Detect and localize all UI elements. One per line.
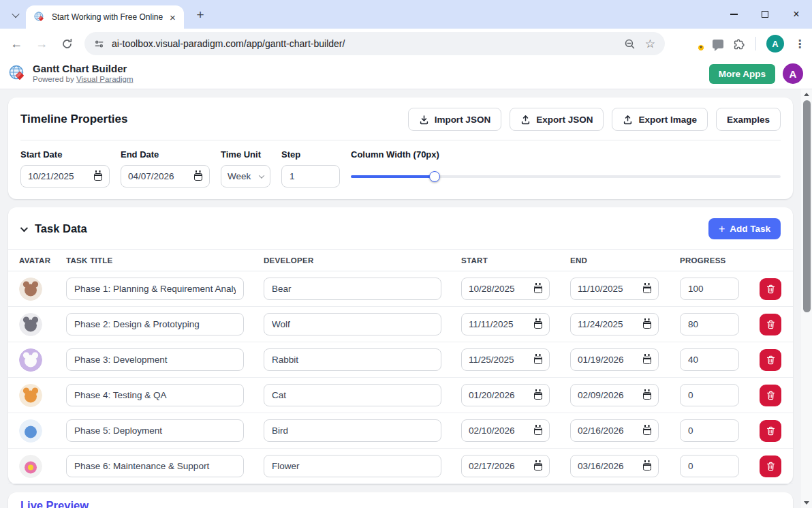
scrollbar-thumb[interactable] [803, 100, 811, 312]
start-date-input[interactable]: 01/20/2026 [461, 384, 550, 406]
developer-input[interactable] [264, 348, 441, 371]
calendar-icon[interactable] [643, 428, 651, 435]
calendar-icon[interactable] [643, 286, 651, 293]
calendar-icon[interactable] [534, 463, 542, 470]
page-content: Timeline Properties Import JSON Export J… [0, 89, 801, 508]
column-width-slider[interactable] [351, 165, 781, 188]
calendar-icon[interactable] [534, 357, 542, 364]
extensions-puzzle-icon[interactable] [734, 38, 745, 50]
new-tab-button[interactable]: + [192, 7, 208, 23]
progress-input[interactable] [680, 455, 739, 477]
developer-input[interactable] [264, 419, 441, 442]
maximize-button[interactable] [749, 0, 781, 29]
start-date-input[interactable]: 10/21/2025 [20, 165, 110, 188]
end-date-input[interactable]: 11/24/2025 [570, 313, 659, 335]
task-title-input[interactable] [66, 278, 244, 300]
end-date-input[interactable]: 02/16/2026 [570, 419, 659, 442]
address-bar[interactable]: ai-toolbox.visual-paradigm.com/app/gantt… [84, 32, 665, 55]
progress-input[interactable] [680, 419, 739, 442]
step-input[interactable] [281, 165, 340, 188]
start-date-input[interactable]: 11/25/2025 [461, 348, 550, 371]
task-row: 11/25/2025 01/19/2026 [8, 342, 793, 378]
progress-input[interactable] [680, 278, 739, 300]
calendar-icon[interactable] [643, 321, 651, 329]
progress-input[interactable] [680, 384, 739, 406]
examples-button[interactable]: Examples [716, 108, 781, 131]
minimize-icon [730, 14, 738, 14]
delete-task-button[interactable] [760, 349, 781, 371]
end-date-input[interactable]: 02/09/2026 [570, 384, 659, 406]
close-icon: × [793, 9, 799, 20]
visual-paradigm-link[interactable]: Visual Paradigm [76, 75, 134, 83]
site-settings-icon[interactable] [94, 39, 104, 49]
task-title-input[interactable] [66, 384, 244, 406]
delete-task-button[interactable] [760, 278, 781, 300]
comment-extension-icon[interactable] [713, 40, 723, 48]
task-title-input[interactable] [66, 348, 244, 371]
calendar-icon[interactable] [643, 463, 651, 470]
progress-input[interactable] [680, 313, 739, 335]
calendar-icon[interactable] [643, 357, 651, 364]
docs-offline-extension-icon[interactable] [692, 38, 702, 50]
timeline-properties-title: Timeline Properties [20, 113, 127, 126]
bookmark-star-icon[interactable]: ☆ [645, 38, 655, 50]
start-date-input[interactable]: 11/11/2025 [461, 313, 550, 335]
calendar-icon[interactable] [194, 173, 202, 181]
export-json-button[interactable]: Export JSON [510, 108, 604, 131]
reload-button[interactable] [59, 36, 74, 51]
delete-task-button[interactable] [760, 455, 781, 477]
back-button[interactable]: ← [9, 36, 24, 51]
calendar-icon[interactable] [534, 321, 542, 329]
user-avatar[interactable]: A [783, 63, 803, 84]
page-scrollbar[interactable] [801, 89, 812, 508]
start-date-value: 02/10/2026 [469, 425, 515, 436]
tab-search-button[interactable] [7, 8, 25, 23]
url-text[interactable]: ai-toolbox.visual-paradigm.com/app/gantt… [112, 38, 345, 49]
browser-menu-icon[interactable]: ⋮ [794, 38, 805, 50]
import-json-button[interactable]: Import JSON [408, 108, 502, 131]
slider-track[interactable] [351, 175, 781, 178]
end-date-value: 11/10/2025 [578, 284, 623, 294]
calendar-icon[interactable] [534, 392, 542, 400]
delete-task-button[interactable] [760, 420, 781, 442]
tab-close-icon[interactable]: × [167, 12, 178, 23]
start-date-input[interactable]: 02/17/2026 [461, 455, 550, 477]
step-label: Step [281, 149, 340, 160]
calendar-icon[interactable] [534, 428, 542, 435]
add-task-button[interactable]: + Add Task [708, 218, 781, 239]
calendar-icon[interactable] [643, 392, 651, 400]
progress-input[interactable] [680, 348, 739, 371]
end-date-input[interactable]: 11/10/2025 [570, 278, 659, 300]
time-unit-select[interactable]: Week [221, 165, 270, 188]
delete-task-button[interactable] [760, 385, 781, 406]
developer-input[interactable] [264, 313, 441, 335]
developer-input[interactable] [264, 278, 441, 300]
close-window-button[interactable]: × [781, 0, 812, 29]
zoom-icon[interactable] [624, 38, 636, 50]
end-date-input[interactable]: 01/19/2026 [570, 348, 659, 371]
end-date-input[interactable]: 04/07/2026 [121, 165, 210, 188]
slider-thumb[interactable] [429, 171, 440, 182]
delete-task-button[interactable] [760, 314, 781, 335]
task-title-input[interactable] [66, 313, 244, 335]
task-title-input[interactable] [66, 419, 244, 442]
upload-icon [520, 115, 531, 125]
calendar-icon[interactable] [534, 286, 542, 293]
start-date-input[interactable]: 02/10/2026 [461, 419, 550, 442]
scroll-up-arrow-icon[interactable] [804, 93, 809, 96]
start-date-input[interactable]: 10/28/2025 [461, 278, 550, 300]
browser-profile-avatar[interactable]: A [766, 35, 784, 53]
scroll-down-arrow-icon[interactable] [804, 501, 809, 505]
minimize-button[interactable] [718, 0, 749, 29]
browser-tab[interactable]: Start Working with Free Online × [26, 5, 184, 29]
export-image-button[interactable]: Export Image [612, 108, 708, 131]
more-apps-button[interactable]: More Apps [709, 64, 775, 84]
maximize-icon [762, 11, 768, 18]
calendar-icon[interactable] [94, 173, 102, 181]
end-date-input[interactable]: 03/16/2026 [570, 455, 659, 477]
collapse-chevron-down-icon[interactable] [20, 224, 28, 231]
developer-input[interactable] [264, 384, 441, 406]
developer-input[interactable] [264, 455, 441, 477]
task-title-input[interactable] [66, 455, 244, 477]
forward-button[interactable]: → [34, 36, 49, 51]
